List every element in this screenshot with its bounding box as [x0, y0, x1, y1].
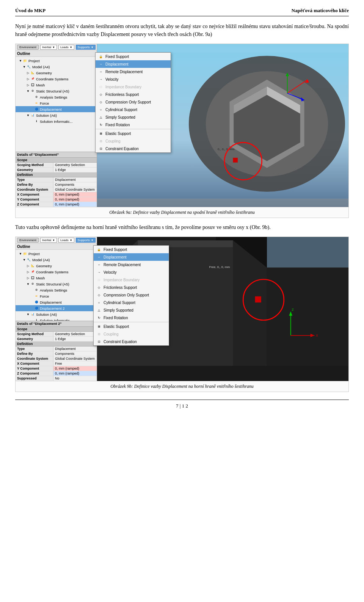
fixed-support-icon-b: 🔒 [96, 246, 102, 252]
menu-frictionless-b[interactable]: ◇Frictionless Support [94, 284, 169, 291]
tree-item-model[interactable]: ▼ 🔧 Model (A4) [16, 64, 97, 70]
details-row-ycomp-b[interactable]: Y Component 0, mm (ramped) [16, 366, 97, 371]
tree-item-solution-info[interactable]: ℹ Solution Informatic... [16, 118, 97, 124]
details-row-xcomp[interactable]: X Component 0, mm (ramped) [16, 192, 97, 197]
remote-displacement-icon-b: ↔ [96, 262, 102, 268]
displacement-icon: ↔ [98, 61, 104, 67]
tree-item-project[interactable]: ▼ 📁 Project [16, 58, 97, 64]
impedance-icon: □ [98, 84, 104, 90]
velocity-icon-b: → [96, 269, 102, 275]
menu-displacement-b[interactable]: ↔Displacement [94, 253, 169, 261]
details-row-zcomp-b[interactable]: Z Component 0, mm (ramped) [16, 371, 97, 376]
supports-dropdown-b[interactable]: Supports [76, 238, 96, 243]
scope-header-9b: Scope [16, 327, 97, 332]
environment-btn-b[interactable]: Environment [17, 238, 39, 243]
menu-fixed-support-b[interactable]: 🔒Fixed Support [94, 246, 169, 253]
menu-coupling-b[interactable]: ⊟Coupling [94, 330, 169, 338]
header-right: Napěťová maticového klíče [292, 8, 349, 14]
figure-9b-caption: Obrázek 9b: Definice vazby Displacement … [16, 381, 348, 392]
menu-fixed-rotation-b[interactable]: ↻Fixed Rotation [94, 314, 169, 321]
page-footer: 7 | 1 2 [15, 400, 349, 409]
menu-fixed-support[interactable]: 🔒Fixed Support [96, 53, 171, 60]
details-row-zcomp[interactable]: Z Component 0, mm (ramped) [16, 202, 97, 207]
tree-item-solution[interactable]: ▼ 📊 Solution (A6) [16, 112, 97, 118]
menu-cylindrical-b[interactable]: ○Cylindrical Support [94, 299, 169, 306]
menu-fixed-rotation[interactable]: ↻Fixed Rotation [96, 121, 171, 129]
menu-impedance[interactable]: □Impedance Boundary [96, 83, 171, 91]
simply-icon-b: △ [96, 307, 102, 313]
fixed-rotation-icon: ↻ [98, 122, 104, 128]
outline-label-9a: Outline [16, 51, 97, 57]
menu-cylindrical[interactable]: ○Cylindrical Support [96, 106, 171, 113]
supports-dropdown[interactable]: Supports [76, 45, 96, 50]
menu-separator-1 [96, 129, 171, 129]
menu-constraint-b[interactable]: ⊡Constraint Equation [94, 338, 169, 345]
tree-item-analysis[interactable]: ⚙ Analysis Settings [16, 94, 97, 100]
fixed-rotation-icon-b: ↻ [96, 315, 102, 321]
details-row-scoping-b: Scoping Method Geometry Selection [16, 332, 97, 337]
tree-item-displacement-b[interactable]: 🔵 Displacement [16, 299, 97, 305]
header-left: Úvod do MKP [15, 8, 46, 14]
details-title-9b: Details of "Displacement 2" [16, 321, 97, 327]
tree-item-static[interactable]: ▼ ⚙ Static Structural (A5) [16, 88, 97, 94]
menu-velocity[interactable]: →Velocity [96, 75, 171, 83]
inertial-dropdown-b[interactable]: Inertial [40, 238, 57, 243]
tree-item-displacement2-b[interactable]: 🔵 Displacement 2 [16, 305, 97, 311]
menu-constraint[interactable]: ⊡Constraint Equation [96, 145, 171, 152]
tree-item-model-b[interactable]: ▼ 🔧 Model (A4) [16, 257, 97, 263]
details-row-type-b: Type Displacement [16, 346, 97, 351]
page-header: Úvod do MKP Napěťová maticového klíče [15, 8, 349, 16]
tree-item-mesh-b[interactable]: ▷ 🔲 Mesh [16, 275, 97, 281]
details-panel-9b: Details of "Displacement 2" Scope Scopin… [16, 321, 97, 381]
between-paragraph: Tuto vazbu opětovně definujeme na horní … [15, 223, 349, 231]
elastic-icon-b: ⊠ [96, 323, 102, 329]
menu-simply[interactable]: △Simply Supported [96, 113, 171, 121]
tree-item-solution-info-b[interactable]: ℹ Solution Informatic... [16, 317, 97, 321]
tree-item-displacement[interactable]: 🔵 Displacement [16, 106, 97, 112]
tree-item-mesh[interactable]: ▷ 🔲 Mesh [16, 82, 97, 88]
displacement-icon-b: ↔ [96, 254, 102, 260]
tree-item-force-b[interactable]: ➡ Force [16, 293, 97, 299]
menu-remote-displacement[interactable]: ↔Remote Displacement [96, 68, 171, 75]
menu-impedance-b[interactable]: □Impedance Boundary [94, 276, 169, 284]
simply-icon: △ [98, 114, 104, 120]
details-row-geometry: Geometry 1 Edge [16, 168, 97, 172]
menu-simply-b[interactable]: △Simply Supported [94, 306, 169, 314]
inertial-dropdown[interactable]: Inertial [40, 45, 57, 50]
tree-item-force[interactable]: ➡ Force [16, 100, 97, 106]
scope-header-9a: Scope [16, 158, 97, 163]
definition-header-9b: Definition [16, 342, 97, 346]
details-panel-9a: Details of "Displacement" Scope Scoping … [16, 152, 97, 207]
menu-elastic[interactable]: ⊠Elastic Support [96, 130, 171, 137]
intro-paragraph: Nyní je nutné maticový klíč v daném šest… [15, 22, 349, 38]
menu-compression[interactable]: ◇Compression Only Support [96, 98, 171, 106]
figure-9a-inner: Environment Inertial Loads Supports Outl… [16, 44, 348, 207]
menu-coupling[interactable]: ⊟Coupling [96, 137, 171, 145]
tree-item-geometry[interactable]: ▷ 📐 Geometry [16, 70, 97, 76]
environment-btn[interactable]: Environment [17, 45, 39, 50]
tree-item-static-b[interactable]: ▼ ⚙ Static Structural (A5) [16, 281, 97, 287]
menu-elastic-b[interactable]: ⊠Elastic Support [94, 323, 169, 330]
details-row-xcomp-b[interactable]: X Component Free [16, 361, 97, 366]
svg-rect-23 [267, 237, 348, 268]
tree-item-coord[interactable]: ▷ 📌 Coordinate Systems [16, 76, 97, 82]
menu-compression-b[interactable]: ◇Compression Only Support [94, 291, 169, 299]
constraint-icon-b: ⊡ [96, 339, 102, 345]
compression-icon: ◇ [98, 99, 104, 105]
tree-item-project-b[interactable]: ▼ 📁 Project [16, 251, 97, 257]
details-row-coordsys: Coordinate System Global Coordinate Syst… [16, 187, 97, 192]
tree-item-analysis-b[interactable]: ⚙ Analysis Settings [16, 287, 97, 293]
loads-dropdown[interactable]: Loads [58, 45, 74, 50]
menu-frictionless[interactable]: ◇Frictionless Support [96, 91, 171, 98]
menu-displacement[interactable]: ↔Displacement [96, 60, 171, 68]
outline-label-9b: Outline [16, 244, 97, 250]
menu-velocity-b[interactable]: →Velocity [94, 268, 169, 276]
figure-9a-caption: Obrázek 9a: Definice vazby Displacement … [16, 207, 348, 218]
tree-item-solution-b[interactable]: ▼ 📊 Solution (A6) [16, 311, 97, 317]
tree-item-geometry-b[interactable]: ▷ 📐 Geometry [16, 263, 97, 269]
menu-remote-displacement-b[interactable]: ↔Remote Displacement [94, 261, 169, 268]
details-row-ycomp[interactable]: Y Component 0, mm (ramped) [16, 197, 97, 202]
tree-item-coord-b[interactable]: ▷ 📌 Coordinate Systems [16, 269, 97, 275]
supports-menu-9a: 🔒Fixed Support ↔Displacement ↔Remote Dis… [95, 52, 171, 153]
loads-dropdown-b[interactable]: Loads [58, 238, 74, 243]
